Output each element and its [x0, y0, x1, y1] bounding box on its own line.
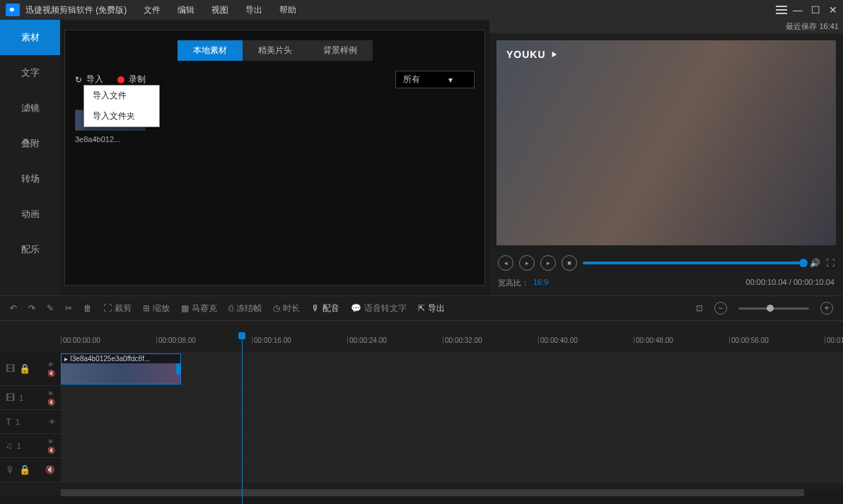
- titlebar: 迅捷视频剪辑软件 (免费版) 文件 编辑 视图 导出 帮助 — ☐ ✕: [0, 0, 843, 20]
- prev-frame-button[interactable]: ◂: [498, 255, 513, 271]
- import-icon: ↻: [75, 75, 82, 85]
- stt-tool[interactable]: 💬 语音转文字: [351, 303, 407, 315]
- tracks: 🎞 🔒 👁🔇 ▸ I3e8a4b0125e3a0ffdc8f... 🎞1👁🔇 T…: [0, 352, 843, 482]
- scrollbar-thumb[interactable]: [61, 489, 804, 496]
- horizontal-scrollbar[interactable]: [61, 489, 843, 496]
- lock-icon[interactable]: 🔒: [19, 363, 30, 374]
- video-track-body[interactable]: ▸ I3e8a4b0125e3a0ffdc8f...: [61, 352, 843, 385]
- close-button[interactable]: ✕: [829, 4, 837, 16]
- audio-track-body[interactable]: [61, 434, 843, 457]
- timeline-ruler[interactable]: 00:00:00.0000:00:08.0000:00:16.0000:00:2…: [61, 335, 843, 352]
- import-folder-item[interactable]: 导入文件夹: [84, 106, 159, 127]
- play-button[interactable]: ▸: [519, 255, 535, 271]
- clip-handle-right[interactable]: [176, 363, 181, 375]
- tab-material[interactable]: 素材: [0, 20, 60, 55]
- eye-icon[interactable]: 👁: [47, 390, 55, 397]
- mute-icon[interactable]: 🔇: [47, 447, 55, 454]
- menu-file[interactable]: 文件: [144, 4, 161, 16]
- tab-text[interactable]: 文字: [0, 55, 60, 90]
- tab-music[interactable]: 配乐: [0, 232, 60, 267]
- fit-icon[interactable]: ⊡: [696, 303, 703, 313]
- scale-tool[interactable]: ⊞ 缩放: [143, 303, 170, 315]
- preview-panel: 最近保存 16:41 YOUKU ◂ ▸ ▸ ■ 🔊 ⛶ 宽高比： 16:9 0…: [489, 20, 843, 295]
- media-tab-bg[interactable]: 背景样例: [308, 40, 373, 61]
- mic-track-icon: 🎙: [6, 464, 15, 475]
- next-frame-button[interactable]: ▸: [540, 255, 556, 271]
- export-tool[interactable]: ⇱ 导出: [418, 303, 445, 315]
- track-number: 1: [19, 394, 23, 402]
- lock-icon[interactable]: 🔒: [19, 464, 30, 475]
- tab-overlay[interactable]: 叠附: [0, 126, 60, 161]
- progress-handle[interactable]: [799, 259, 808, 267]
- minimize-button[interactable]: —: [793, 4, 803, 16]
- duration-tool[interactable]: ◷ 时长: [273, 303, 300, 315]
- ruler-mark: 00:00:56.00: [729, 336, 769, 344]
- redo-button[interactable]: ↷: [28, 303, 35, 313]
- mute-icon[interactable]: 🔇: [47, 399, 55, 406]
- app-icon: [6, 4, 20, 16]
- preview-info: 宽高比： 16:9 00:00:10.04 / 00:00:10.04: [489, 274, 843, 295]
- eye-icon[interactable]: 👁: [49, 418, 55, 426]
- filter-label: 所有: [403, 74, 420, 86]
- overlay-track-body[interactable]: [61, 386, 843, 409]
- eye-icon[interactable]: 👁: [47, 361, 55, 368]
- hamburger-icon[interactable]: [776, 6, 787, 14]
- filter-select[interactable]: 所有 ▾: [395, 71, 475, 88]
- menu-edit[interactable]: 编辑: [178, 4, 194, 16]
- stop-button[interactable]: ■: [562, 255, 577, 271]
- eye-icon[interactable]: 👁: [47, 438, 55, 445]
- time-current: 00:00:10.04: [746, 278, 787, 288]
- zoom-slider-handle[interactable]: [767, 305, 774, 312]
- volume-icon[interactable]: 🔊: [810, 258, 820, 268]
- clip-label: ▸ I3e8a4b0125e3a0ffdc8f...: [62, 354, 180, 363]
- text-track-body[interactable]: [61, 410, 843, 433]
- mute-icon[interactable]: 🔇: [47, 370, 55, 377]
- media-tab-intro[interactable]: 精美片头: [243, 40, 308, 61]
- record-button[interactable]: 录制: [117, 74, 146, 86]
- progress-bar[interactable]: [583, 262, 804, 264]
- overlay-track: 🎞1👁🔇: [0, 386, 843, 410]
- tab-filter[interactable]: 滤镜: [0, 90, 60, 126]
- preview-video[interactable]: YOUKU: [496, 40, 836, 245]
- mosaic-tool[interactable]: ▦ 马赛克: [181, 303, 217, 315]
- menu-export[interactable]: 导出: [245, 4, 262, 16]
- text-track: T1👁: [0, 410, 843, 434]
- mute-icon[interactable]: 🔇: [45, 465, 55, 474]
- voice-track-body[interactable]: [61, 458, 843, 481]
- youku-logo: YOUKU: [506, 49, 559, 60]
- ruler-mark: 00:00:24.00: [347, 336, 387, 344]
- playhead[interactable]: [242, 335, 243, 504]
- aspect-label: 宽高比：: [498, 278, 529, 288]
- time-total: 00:00:10.04: [793, 278, 835, 288]
- zoom-out-button[interactable]: −: [714, 302, 727, 315]
- media-tab-local[interactable]: 本地素材: [178, 40, 243, 61]
- aspect-value[interactable]: 16:9: [533, 278, 548, 288]
- playhead-handle[interactable]: [238, 332, 245, 339]
- crop-tool[interactable]: ⛶ 裁剪: [103, 303, 132, 315]
- undo-button[interactable]: ↶: [10, 303, 17, 313]
- tab-transition[interactable]: 转场: [0, 161, 60, 197]
- mid-toolbar: ↶ ↷ ✎ ✂ 🗑 ⛶ 裁剪 ⊞ 缩放 ▦ 马赛克 ⎙ 冻结帧 ◷ 时长 🎙 配…: [0, 295, 843, 321]
- freeze-tool[interactable]: ⎙ 冻结帧: [228, 303, 262, 315]
- track-number: 1: [16, 418, 20, 426]
- video-clip[interactable]: ▸ I3e8a4b0125e3a0ffdc8f...: [61, 353, 181, 385]
- fullscreen-icon[interactable]: ⛶: [826, 258, 835, 268]
- zoom-slider[interactable]: [738, 307, 809, 310]
- voice-track: 🎙🔒🔇: [0, 458, 843, 482]
- tab-animation[interactable]: 动画: [0, 197, 60, 232]
- cut-icon[interactable]: ✂: [65, 303, 72, 313]
- import-dropdown: 导入文件 导入文件夹: [83, 85, 160, 127]
- menubar: 文件 编辑 视图 导出 帮助: [144, 4, 296, 16]
- edit-icon[interactable]: ✎: [47, 303, 54, 313]
- maximize-button[interactable]: ☐: [811, 4, 820, 16]
- menu-help[interactable]: 帮助: [279, 4, 296, 16]
- audio-track: ♫1👁🔇: [0, 434, 843, 458]
- menu-view[interactable]: 视图: [211, 4, 228, 16]
- record-icon: [117, 76, 124, 83]
- import-file-item[interactable]: 导入文件: [84, 86, 159, 106]
- zoom-in-button[interactable]: +: [820, 302, 833, 315]
- audio-tool[interactable]: 🎙 配音: [311, 303, 339, 315]
- import-button[interactable]: ↻ 导入: [75, 74, 103, 86]
- delete-icon[interactable]: 🗑: [83, 303, 92, 313]
- left-tabs: 素材 文字 滤镜 叠附 转场 动画 配乐: [0, 20, 60, 295]
